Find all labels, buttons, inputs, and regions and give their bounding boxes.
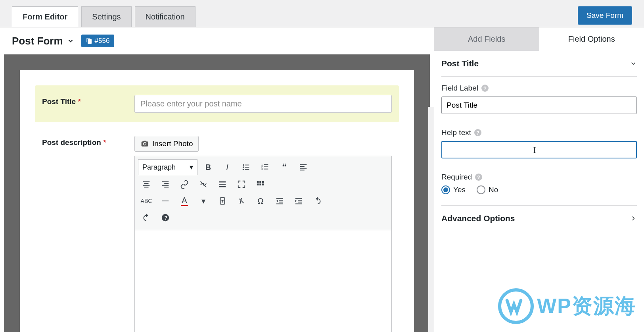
text-color-dropdown[interactable]: ▾ <box>195 193 212 208</box>
align-left-button[interactable] <box>295 160 312 175</box>
radio-required-no[interactable]: No <box>477 185 498 194</box>
field-label-input[interactable] <box>441 97 637 114</box>
redo-button[interactable] <box>138 210 155 225</box>
svg-rect-20 <box>162 181 169 182</box>
chevron-down-icon <box>630 60 637 67</box>
svg-rect-14 <box>300 168 307 169</box>
top-bar: Form Editor Settings Notification Save F… <box>0 0 644 27</box>
tab-settings[interactable]: Settings <box>81 6 131 27</box>
tab-field-options[interactable]: Field Options <box>539 27 644 51</box>
label-field-label: Field Label <box>441 84 478 93</box>
svg-rect-30 <box>257 183 259 185</box>
horizontal-rule-button[interactable] <box>157 193 174 208</box>
strikethrough-button[interactable]: ABC <box>138 193 155 208</box>
svg-rect-18 <box>143 185 150 186</box>
indent-button[interactable] <box>290 193 307 208</box>
svg-text:T: T <box>221 199 224 203</box>
undo-button[interactable] <box>309 193 326 208</box>
section-post-title[interactable]: Post Title <box>441 51 637 77</box>
outdent-button[interactable] <box>271 193 288 208</box>
help-button[interactable]: ? <box>157 210 174 225</box>
chevron-right-icon <box>630 215 637 222</box>
field-post-title[interactable]: Post Title * <box>35 85 399 122</box>
form-canvas: Post Title * Post description * Insert P… <box>4 54 430 332</box>
tab-notification[interactable]: Notification <box>135 6 196 27</box>
section-advanced-options[interactable]: Advanced Options <box>441 205 637 231</box>
svg-rect-12 <box>300 164 307 165</box>
save-form-button[interactable]: Save Form <box>578 6 632 25</box>
editor-content-area[interactable] <box>134 230 392 332</box>
field-label: Post description * <box>42 136 127 332</box>
svg-point-4 <box>243 169 244 170</box>
svg-rect-7 <box>264 164 268 165</box>
left-panel: Post Form #556 Post Title * <box>0 27 434 332</box>
svg-rect-3 <box>245 167 249 168</box>
svg-point-0 <box>243 164 244 166</box>
watermark: WP资源海 <box>498 288 636 324</box>
svg-rect-17 <box>144 183 149 184</box>
svg-rect-33 <box>162 201 169 201</box>
tab-add-fields[interactable]: Add Fields <box>434 27 539 51</box>
unlink-button[interactable] <box>195 177 212 192</box>
insert-more-button[interactable] <box>214 177 231 192</box>
svg-rect-31 <box>259 183 261 185</box>
svg-point-2 <box>243 166 244 168</box>
bullet-list-button[interactable] <box>238 160 255 175</box>
svg-rect-9 <box>264 166 268 167</box>
paste-text-button[interactable]: T <box>214 193 231 208</box>
format-select[interactable]: Paragraph ▾ <box>138 159 197 175</box>
number-list-button[interactable]: 123 <box>257 160 274 175</box>
align-right-button[interactable] <box>157 177 174 192</box>
toolbar-toggle-button[interactable] <box>252 177 269 192</box>
form-header: Post Form #556 <box>0 27 434 54</box>
link-button[interactable] <box>176 177 193 192</box>
svg-rect-15 <box>300 170 305 170</box>
svg-rect-42 <box>298 202 302 203</box>
svg-rect-39 <box>276 203 283 204</box>
option-help-text: Help text ? I <box>441 121 637 166</box>
camera-icon <box>140 140 149 148</box>
svg-rect-40 <box>295 198 302 199</box>
tab-form-editor[interactable]: Form Editor <box>12 6 78 27</box>
special-char-button[interactable]: Ω <box>252 193 269 208</box>
svg-rect-41 <box>298 200 302 201</box>
scrollbar[interactable] <box>428 107 434 332</box>
form-canvas-inner: Post Title * Post description * Insert P… <box>20 70 414 332</box>
field-post-description[interactable]: Post description * Insert Photo Paragrap… <box>35 126 399 332</box>
help-icon[interactable]: ? <box>481 85 489 92</box>
text-color-button[interactable]: A <box>176 193 193 208</box>
align-center-button[interactable] <box>138 177 155 192</box>
insert-photo-button[interactable]: Insert Photo <box>134 136 199 152</box>
editor-toolbar: Paragraph ▾ B I 123 “ <box>134 156 392 230</box>
radio-required-yes[interactable]: Yes <box>441 185 466 194</box>
required-asterisk: * <box>78 97 80 106</box>
svg-rect-27 <box>257 181 259 183</box>
svg-rect-22 <box>162 185 169 186</box>
help-text-input[interactable]: I <box>441 141 637 158</box>
svg-rect-16 <box>143 181 150 182</box>
dropdown-caret-icon: ▾ <box>190 163 193 172</box>
chevron-down-icon <box>67 37 74 44</box>
svg-rect-19 <box>144 187 149 187</box>
option-field-label: Field Label ? <box>441 77 637 121</box>
help-icon[interactable]: ? <box>475 174 482 181</box>
svg-rect-43 <box>295 203 302 204</box>
svg-rect-29 <box>262 181 264 183</box>
clear-formatting-button[interactable] <box>233 193 250 208</box>
blockquote-button[interactable]: “ <box>276 160 293 175</box>
right-panel: Add Fields Field Options Post Title Fiel… <box>434 27 644 332</box>
form-id-badge[interactable]: #556 <box>81 35 115 47</box>
svg-rect-26 <box>219 186 226 187</box>
main-tabs: Form Editor Settings Notification <box>12 6 196 27</box>
help-icon[interactable]: ? <box>474 129 481 136</box>
svg-rect-5 <box>245 169 249 170</box>
fullscreen-button[interactable] <box>233 177 250 192</box>
svg-rect-36 <box>276 198 283 199</box>
required-asterisk: * <box>103 138 106 147</box>
form-title-dropdown[interactable]: Post Form <box>12 35 74 47</box>
post-title-input[interactable] <box>134 95 392 113</box>
bold-button[interactable]: B <box>200 160 217 175</box>
svg-rect-23 <box>164 187 169 187</box>
italic-button[interactable]: I <box>219 160 236 175</box>
svg-rect-38 <box>279 202 283 203</box>
